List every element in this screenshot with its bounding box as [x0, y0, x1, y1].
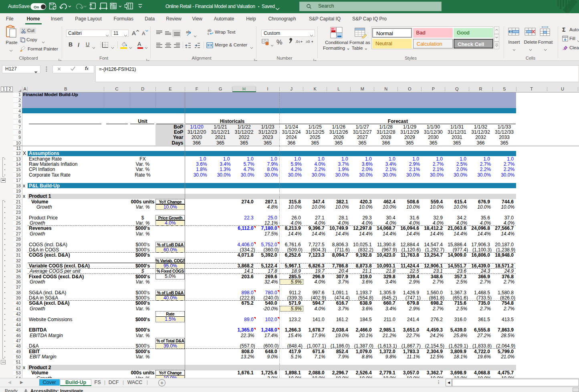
svg-text:.0: .0 — [295, 40, 298, 44]
svg-text:0: 0 — [308, 40, 310, 44]
svg-text:A: A — [142, 31, 145, 36]
svg-text:A: A — [132, 30, 136, 36]
svg-text:.0: .0 — [305, 40, 308, 43]
svg-text:0: 0 — [299, 40, 300, 43]
